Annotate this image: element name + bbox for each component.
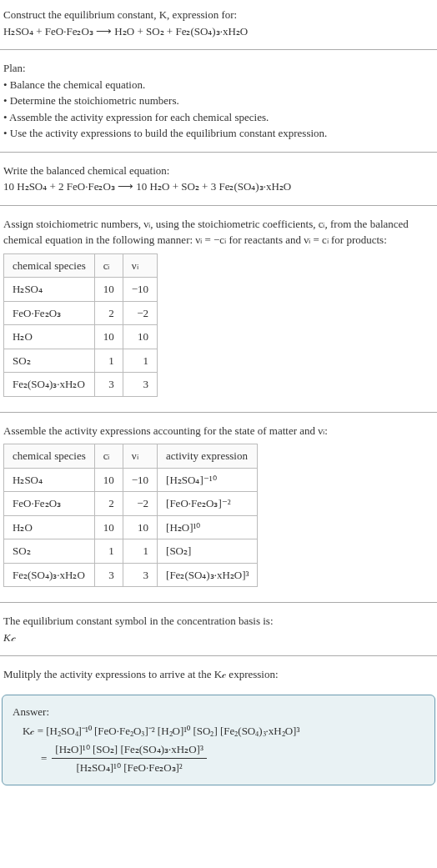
table-row: H₂O1010[H₂O]¹⁰ xyxy=(4,515,258,539)
table-row: FeO·Fe₂O₃2−2[FeO·Fe₂O₃]⁻² xyxy=(4,492,258,516)
answer-line1: K𝒸 = [H₂SO₄]⁻¹⁰ [FeO·Fe₂O₃]⁻² [H₂O]¹⁰ [S… xyxy=(41,723,424,740)
multiply-text: Mulitply the activity expressions to arr… xyxy=(3,666,434,683)
cell-species: SO₂ xyxy=(4,539,95,564)
fraction-denominator: [H₂SO₄]¹⁰ [FeO·Fe₂O₃]² xyxy=(52,760,206,776)
table-header-row: chemical species cᵢ νᵢ xyxy=(4,253,158,278)
cell-nui: 10 xyxy=(123,325,157,349)
cell-species: Fe₂(SO₄)₃·xH₂O xyxy=(4,373,95,397)
cell-ci: 3 xyxy=(94,563,123,587)
cell-nui: 1 xyxy=(123,349,157,373)
cell-activity: [SO₂] xyxy=(158,539,258,564)
intro-equation: H₂SO₄ + FeO·Fe₂O₃ ⟶ H₂O + SO₂ + Fe₂(SO₄)… xyxy=(3,23,434,40)
cell-ci: 1 xyxy=(94,539,123,564)
assemble-block: Assemble the activity expressions accoun… xyxy=(0,416,437,600)
fraction: [H₂O]¹⁰ [SO₂] [Fe₂(SO₄)₃·xH₂O]³ [H₂SO₄]¹… xyxy=(52,741,206,776)
intro-line: Construct the equilibrium constant, K, e… xyxy=(3,7,434,23)
assign-block: Assign stoichiometric numbers, νᵢ, using… xyxy=(0,209,437,409)
col-ci: cᵢ xyxy=(94,253,123,278)
cell-nui: −2 xyxy=(123,301,157,325)
table-row: FeO·Fe₂O₃2−2 xyxy=(4,301,158,325)
cell-species: H₂O xyxy=(4,515,95,539)
col-species: chemical species xyxy=(4,444,95,469)
answer-heading: Answer: xyxy=(13,704,424,720)
assign-text: Assign stoichiometric numbers, νᵢ, using… xyxy=(3,216,434,248)
answer-fraction: = [H₂O]¹⁰ [SO₂] [Fe₂(SO₄)₃·xH₂O]³ [H₂SO₄… xyxy=(41,741,424,776)
cell-ci: 10 xyxy=(94,278,123,302)
cell-nui: −10 xyxy=(123,468,157,492)
intro-text: Construct the equilibrium constant, K, e… xyxy=(3,8,237,21)
equals-sign: = xyxy=(41,750,47,767)
cell-ci: 2 xyxy=(94,301,123,325)
cell-activity: [H₂SO₄]⁻¹⁰ xyxy=(158,468,258,492)
cell-nui: −2 xyxy=(123,492,157,516)
divider xyxy=(0,412,437,413)
divider xyxy=(0,49,437,50)
cell-activity: [Fe₂(SO₄)₃·xH₂O]³ xyxy=(158,563,258,587)
symbol-line1: The equilibrium constant symbol in the c… xyxy=(3,613,434,630)
cell-nui: 3 xyxy=(123,563,157,587)
cell-species: FeO·Fe₂O₃ xyxy=(4,492,95,516)
divider xyxy=(0,205,437,206)
stoich-table: chemical species cᵢ νᵢ H₂SO₄10−10 FeO·Fe… xyxy=(3,253,158,397)
plan-bullet: • Assemble the activity expression for e… xyxy=(3,109,434,126)
activity-table: chemical species cᵢ νᵢ activity expressi… xyxy=(3,444,258,587)
cell-activity: [H₂O]¹⁰ xyxy=(158,515,258,539)
cell-species: Fe₂(SO₄)₃·xH₂O xyxy=(4,563,95,587)
cell-ci: 3 xyxy=(94,373,123,397)
table-row: H₂O1010 xyxy=(4,325,158,349)
divider xyxy=(0,152,437,153)
table-header-row: chemical species cᵢ νᵢ activity expressi… xyxy=(4,444,258,469)
plan-heading: Plan: xyxy=(3,60,434,77)
cell-ci: 10 xyxy=(94,325,123,349)
cell-species: SO₂ xyxy=(4,349,95,373)
cell-ci: 10 xyxy=(94,515,123,539)
col-nui: νᵢ xyxy=(123,253,157,278)
multiply-block: Mulitply the activity expressions to arr… xyxy=(0,660,437,690)
balanced-block: Write the balanced chemical equation: 10… xyxy=(0,156,437,202)
table-row: Fe₂(SO₄)₃·xH₂O33[Fe₂(SO₄)₃·xH₂O]³ xyxy=(4,563,258,587)
divider xyxy=(0,602,437,603)
symbol-block: The equilibrium constant symbol in the c… xyxy=(0,606,437,652)
table-row: SO₂11[SO₂] xyxy=(4,539,258,564)
cell-ci: 10 xyxy=(94,468,123,492)
cell-ci: 1 xyxy=(94,349,123,373)
cell-species: FeO·Fe₂O₃ xyxy=(4,301,95,325)
divider xyxy=(0,655,437,656)
symbol-line2: K𝒸 xyxy=(3,630,434,646)
cell-species: H₂SO₄ xyxy=(4,278,95,302)
table-row: Fe₂(SO₄)₃·xH₂O33 xyxy=(4,373,158,397)
table-row: SO₂11 xyxy=(4,349,158,373)
plan-bullet: • Balance the chemical equation. xyxy=(3,77,434,93)
cell-nui: 3 xyxy=(123,373,157,397)
plan-bullet: • Use the activity expressions to build … xyxy=(3,125,434,142)
intro-block: Construct the equilibrium constant, K, e… xyxy=(0,0,437,46)
col-species: chemical species xyxy=(4,253,95,278)
assemble-text: Assemble the activity expressions accoun… xyxy=(3,423,434,439)
cell-ci: 2 xyxy=(94,492,123,516)
cell-nui: −10 xyxy=(123,278,157,302)
table-row: H₂SO₄10−10[H₂SO₄]⁻¹⁰ xyxy=(4,468,258,492)
col-nui: νᵢ xyxy=(123,444,157,469)
cell-species: H₂O xyxy=(4,325,95,349)
cell-species: H₂SO₄ xyxy=(4,468,95,492)
col-ci: cᵢ xyxy=(94,444,123,469)
balanced-heading: Write the balanced chemical equation: xyxy=(3,163,434,179)
fraction-numerator: [H₂O]¹⁰ [SO₂] [Fe₂(SO₄)₃·xH₂O]³ xyxy=(52,741,206,758)
cell-nui: 10 xyxy=(123,515,157,539)
col-activity: activity expression xyxy=(158,444,258,469)
balanced-equation: 10 H₂SO₄ + 2 FeO·Fe₂O₃ ⟶ 10 H₂O + SO₂ + … xyxy=(3,178,434,195)
plan-bullet: • Determine the stoichiometric numbers. xyxy=(3,93,434,109)
fraction-bar xyxy=(52,758,206,759)
cell-nui: 1 xyxy=(123,539,157,564)
plan-block: Plan: • Balance the chemical equation. •… xyxy=(0,53,437,148)
table-row: H₂SO₄10−10 xyxy=(4,278,158,302)
answer-box: Answer: K𝒸 = [H₂SO₄]⁻¹⁰ [FeO·Fe₂O₃]⁻² [H… xyxy=(2,695,435,785)
cell-activity: [FeO·Fe₂O₃]⁻² xyxy=(158,492,258,516)
